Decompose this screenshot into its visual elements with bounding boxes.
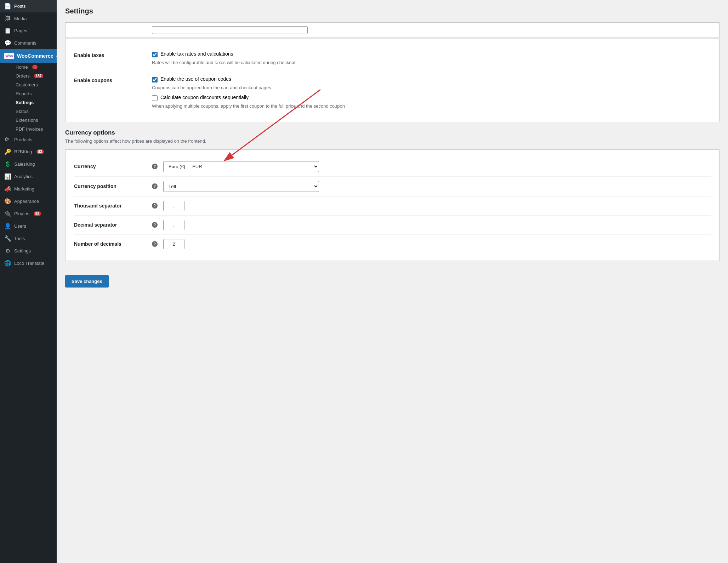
top-cutoff-input[interactable] bbox=[152, 26, 308, 34]
thousand-separator-input[interactable] bbox=[163, 201, 184, 211]
users-icon: 👤 bbox=[4, 223, 11, 229]
sidebar-item-plugins[interactable]: 🔌 Plugins 98 bbox=[0, 207, 57, 220]
products-icon: 🛍 bbox=[4, 136, 11, 143]
salesking-icon: 💲 bbox=[4, 161, 11, 167]
settings-main-icon: ⚙ bbox=[4, 248, 11, 254]
loco-icon: 🌐 bbox=[4, 260, 11, 267]
currency-position-control: ? Left bbox=[152, 181, 711, 192]
sequential-checkbox-row: Calculate coupon discounts sequentially bbox=[152, 95, 711, 101]
currency-options-title: Currency options bbox=[65, 129, 720, 136]
enable-taxes-label: Enable taxes bbox=[74, 51, 152, 58]
coupons-description1: Coupons can be applied from the cart and… bbox=[152, 85, 711, 91]
appearance-icon: 🎨 bbox=[4, 198, 11, 205]
currency-position-select[interactable]: Left bbox=[163, 181, 319, 192]
woocommerce-submenu: Home 1 Orders 187 Customers Reports Sett… bbox=[0, 63, 57, 133]
enable-coupons-content: Enable the use of coupon codes Coupons c… bbox=[152, 76, 711, 109]
currency-position-help-icon[interactable]: ? bbox=[152, 183, 158, 189]
currency-label: Currency bbox=[74, 164, 152, 169]
marketing-icon: 📣 bbox=[4, 186, 11, 192]
sidebar-item-pdf-invoices[interactable]: PDF Invoices bbox=[11, 125, 57, 133]
enable-taxes-checkbox-row: Enable tax rates and calculations bbox=[152, 51, 711, 57]
sidebar-item-settings[interactable]: Settings bbox=[11, 98, 57, 107]
settings-section: Enable taxes Enable tax rates and calcul… bbox=[65, 39, 720, 122]
comments-icon: 💬 bbox=[4, 40, 11, 46]
sidebar-item-tools[interactable]: 🔧 Tools bbox=[0, 232, 57, 245]
decimal-separator-help-icon[interactable]: ? bbox=[152, 222, 158, 228]
number-of-decimals-label: Number of decimals bbox=[74, 241, 152, 247]
thousand-separator-control: ? bbox=[152, 201, 711, 211]
currency-position-row: Currency position ? Left bbox=[74, 177, 711, 197]
enable-coupons-label: Enable coupons bbox=[74, 76, 152, 83]
sidebar-item-pages[interactable]: 📋 Pages bbox=[0, 24, 57, 37]
top-cutoff-field bbox=[152, 26, 308, 34]
currency-section-wrapper: Currency options The following options a… bbox=[65, 129, 720, 288]
page-title: Settings bbox=[65, 7, 720, 15]
sequential-checkbox-label[interactable]: Calculate coupon discounts sequentially bbox=[160, 95, 249, 100]
enable-taxes-checkbox[interactable] bbox=[152, 52, 158, 57]
sidebar-item-home[interactable]: Home 1 bbox=[11, 63, 57, 72]
sidebar-item-status[interactable]: Status bbox=[11, 107, 57, 116]
thousand-separator-help-icon[interactable]: ? bbox=[152, 203, 158, 209]
tools-icon: 🔧 bbox=[4, 235, 11, 242]
sidebar-item-orders[interactable]: Orders 187 bbox=[11, 72, 57, 80]
currency-help-icon[interactable]: ? bbox=[152, 164, 158, 169]
currency-row: Currency ? Euro (€) — EUR bbox=[74, 157, 711, 177]
plugins-icon: 🔌 bbox=[4, 210, 11, 217]
decimal-separator-label: Decimal separator bbox=[74, 222, 152, 228]
sidebar-item-settings-main[interactable]: ⚙ Settings bbox=[0, 245, 57, 257]
top-cutoff-card bbox=[65, 22, 720, 38]
b2bking-icon: 🔑 bbox=[4, 148, 11, 155]
sidebar-item-users[interactable]: 👤 Users bbox=[0, 220, 57, 232]
sidebar-item-analytics[interactable]: 📊 Analytics bbox=[0, 170, 57, 183]
enable-coupons-checkbox-row: Enable the use of coupon codes bbox=[152, 76, 711, 83]
woo-logo: Woo bbox=[4, 53, 14, 59]
enable-taxes-checkbox-label[interactable]: Enable tax rates and calculations bbox=[160, 51, 233, 57]
enable-taxes-description: Rates will be configurable and taxes wil… bbox=[152, 59, 711, 66]
currency-control: ? Euro (€) — EUR bbox=[152, 161, 711, 172]
coupons-description2: When applying multiple coupons, apply th… bbox=[152, 103, 400, 109]
number-of-decimals-input[interactable] bbox=[163, 239, 184, 249]
pages-icon: 📋 bbox=[4, 27, 11, 34]
enable-taxes-row: Enable taxes Enable tax rates and calcul… bbox=[74, 46, 711, 71]
decimal-separator-row: Decimal separator ? bbox=[74, 216, 711, 235]
enable-taxes-content: Enable tax rates and calculations Rates … bbox=[152, 51, 711, 66]
sidebar-item-reports[interactable]: Reports bbox=[11, 89, 57, 98]
sidebar-item-marketing[interactable]: 📣 Marketing bbox=[0, 183, 57, 195]
home-badge: 1 bbox=[32, 65, 38, 69]
sidebar: 📄 Posts 🖼 Media 📋 Pages 💬 Comments Woo W… bbox=[0, 0, 57, 563]
sidebar-item-posts[interactable]: 📄 Posts bbox=[0, 0, 57, 12]
b2bking-badge: 83 bbox=[36, 149, 44, 154]
currency-options-description: The following options affect how prices … bbox=[65, 138, 720, 144]
media-icon: 🖼 bbox=[4, 15, 11, 22]
number-of-decimals-row: Number of decimals ? bbox=[74, 235, 711, 254]
sequential-checkbox[interactable] bbox=[152, 95, 158, 101]
sidebar-item-products[interactable]: 🛍 Products bbox=[0, 133, 57, 146]
decimal-separator-input[interactable] bbox=[163, 220, 184, 230]
sidebar-item-extensions[interactable]: Extensions bbox=[11, 116, 57, 125]
thousand-separator-label: Thousand separator bbox=[74, 203, 152, 209]
sidebar-item-comments[interactable]: 💬 Comments bbox=[0, 37, 57, 49]
sidebar-item-media[interactable]: 🖼 Media bbox=[0, 12, 57, 24]
enable-coupons-checkbox-label[interactable]: Enable the use of coupon codes bbox=[160, 76, 231, 82]
sidebar-item-appearance[interactable]: 🎨 Appearance bbox=[0, 195, 57, 207]
thousand-separator-row: Thousand separator ? bbox=[74, 197, 711, 216]
orders-badge: 187 bbox=[34, 74, 44, 78]
analytics-icon: 📊 bbox=[4, 173, 11, 180]
posts-icon: 📄 bbox=[4, 3, 11, 10]
currency-position-label: Currency position bbox=[74, 183, 152, 189]
sidebar-item-b2bking[interactable]: 🔑 B2BKing 83 bbox=[0, 146, 57, 158]
decimal-separator-control: ? bbox=[152, 220, 711, 230]
sidebar-item-woocommerce[interactable]: Woo WooCommerce ◀ bbox=[0, 49, 57, 63]
sidebar-item-loco-translate[interactable]: 🌐 Loco Translate bbox=[0, 257, 57, 269]
currency-options-card: Currency ? Euro (€) — EUR Currency posit… bbox=[65, 149, 720, 261]
number-of-decimals-help-icon[interactable]: ? bbox=[152, 241, 158, 247]
plugins-badge: 98 bbox=[34, 211, 41, 216]
currency-select[interactable]: Euro (€) — EUR bbox=[163, 161, 319, 172]
number-of-decimals-control: ? bbox=[152, 239, 711, 249]
save-button[interactable]: Save changes bbox=[65, 275, 109, 288]
sidebar-item-customers[interactable]: Customers bbox=[11, 80, 57, 89]
enable-coupons-checkbox[interactable] bbox=[152, 77, 158, 83]
enable-coupons-row: Enable coupons Enable the use of coupon … bbox=[74, 71, 711, 114]
main-content: Settings Enable taxes Enable tax rates a… bbox=[57, 0, 728, 563]
sidebar-item-salesking[interactable]: 💲 SalesKing bbox=[0, 158, 57, 170]
